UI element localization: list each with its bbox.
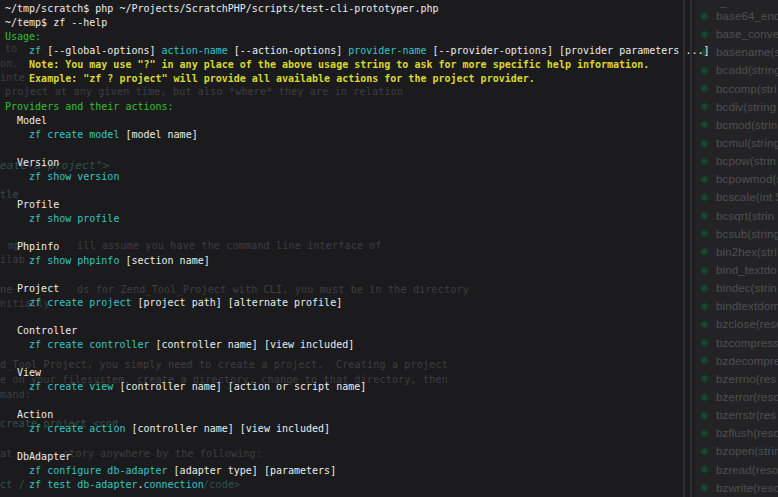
terminal-text: [5, 465, 29, 476]
terminal-text: [5, 213, 29, 224]
terminal-line: zf create project [project path] [altern…: [5, 296, 778, 310]
terminal-text: zf create controller: [29, 339, 149, 350]
terminal-line: ~/tmp/scratch$ php ~/Projects/ScratchPHP…: [5, 2, 778, 16]
terminal-line: [5, 436, 778, 450]
terminal-text: Profile: [5, 199, 59, 210]
terminal-line: View: [5, 366, 778, 380]
terminal-line: zf show profile: [5, 212, 778, 226]
terminal-text: [5, 423, 29, 434]
terminal-text: [5, 45, 29, 56]
terminal-line: zf show version: [5, 170, 778, 184]
terminal-text: ~/temp$ zf --help: [5, 17, 107, 28]
terminal-text: View: [5, 367, 41, 378]
terminal-line: zf test db-adapter.connection: [5, 478, 778, 492]
terminal-line: [5, 352, 778, 366]
terminal-line: zf create view [controller name] [action…: [5, 380, 778, 394]
terminal-text: zf show phpinfo: [29, 255, 119, 266]
terminal-line: zf create action [controller name] [view…: [5, 422, 778, 436]
terminal-text: zf show version: [29, 171, 119, 182]
terminal-text: [model name]: [119, 129, 197, 140]
terminal-text: [5, 255, 29, 266]
terminal-line: [5, 226, 778, 240]
terminal-line: Profile: [5, 198, 778, 212]
terminal-window[interactable]: ~/tmp/scratch$ php ~/Projects/ScratchPHP…: [5, 2, 778, 492]
terminal-line: [5, 86, 778, 100]
terminal-text: Version: [5, 157, 59, 168]
terminal-text: [5, 297, 29, 308]
terminal-text: Phpinfo: [5, 241, 59, 252]
terminal-text: [5, 171, 29, 182]
terminal-text: Usage:: [5, 31, 41, 42]
terminal-text: [project path] [alternate profile]: [131, 297, 342, 308]
terminal-text: ~/tmp/scratch$ php ~/Projects/ScratchPHP…: [5, 3, 438, 14]
terminal-line: Action: [5, 408, 778, 422]
terminal-line: zf create model [model name]: [5, 128, 778, 142]
terminal-text: Controller: [5, 325, 77, 336]
terminal-line: Providers and their actions:: [5, 100, 778, 114]
terminal-line: [5, 142, 778, 156]
terminal-text: Model: [5, 115, 47, 126]
terminal-text: Example: "zf ? project" will provide all…: [5, 73, 535, 84]
terminal-text: zf create action: [29, 423, 125, 434]
terminal-text: zf show profile: [29, 213, 119, 224]
terminal-line: Note: You may use "?" in any place of th…: [5, 58, 778, 72]
terminal-text: connection: [144, 479, 204, 490]
terminal-text: zf: [29, 45, 41, 56]
terminal-line: zf create controller [controller name] […: [5, 338, 778, 352]
terminal-text: zf create view: [29, 381, 113, 392]
terminal-text: [5, 479, 29, 490]
terminal-text: zf configure db-adapter: [29, 465, 167, 476]
terminal-line: Phpinfo: [5, 240, 778, 254]
terminal-line: Example: "zf ? project" will provide all…: [5, 72, 778, 86]
terminal-line: Usage:: [5, 30, 778, 44]
desktop-screen: toon.inteproject at any given time, but …: [0, 0, 778, 497]
terminal-text: zf test db-adapter: [29, 479, 137, 490]
terminal-text: DbAdapter: [5, 451, 71, 462]
terminal-text: [controller name] [action or script name…: [113, 381, 366, 392]
terminal-line: [5, 394, 778, 408]
terminal-line: ~/temp$ zf --help: [5, 16, 778, 30]
terminal-line: Controller: [5, 324, 778, 338]
terminal-text: [--provider-options] [provider parameter…: [427, 45, 710, 56]
terminal-line: zf [--global-options] action-name [--act…: [5, 44, 778, 58]
terminal-text: [adapter type] [parameters]: [168, 465, 337, 476]
terminal-line: Model: [5, 114, 778, 128]
terminal-line: [5, 310, 778, 324]
terminal-line: [5, 184, 778, 198]
terminal-text: Providers and their actions:: [5, 101, 174, 112]
terminal-text: Project: [5, 283, 59, 294]
terminal-text: [--action-options]: [228, 45, 348, 56]
terminal-text: zf create model: [29, 129, 119, 140]
terminal-text: [section name]: [119, 255, 209, 266]
terminal-text: [controller name] [view included]: [150, 339, 355, 350]
terminal-text: [5, 339, 29, 350]
terminal-text: provider-name: [348, 45, 426, 56]
terminal-line: Project: [5, 282, 778, 296]
terminal-line: Version: [5, 156, 778, 170]
terminal-line: DbAdapter: [5, 450, 778, 464]
terminal-text: Note: You may use "?" in any place of th…: [5, 59, 649, 70]
terminal-text: zf create project: [29, 297, 131, 308]
terminal-line: [5, 268, 778, 282]
terminal-text: [controller name] [view included]: [125, 423, 330, 434]
terminal-line: zf configure db-adapter [adapter type] […: [5, 464, 778, 478]
terminal-text: Action: [5, 409, 53, 420]
terminal-text: [5, 381, 29, 392]
terminal-text: [--global-options]: [41, 45, 161, 56]
terminal-line: zf show phpinfo [section name]: [5, 254, 778, 268]
terminal-text: action-name: [162, 45, 228, 56]
terminal-text: [5, 129, 29, 140]
